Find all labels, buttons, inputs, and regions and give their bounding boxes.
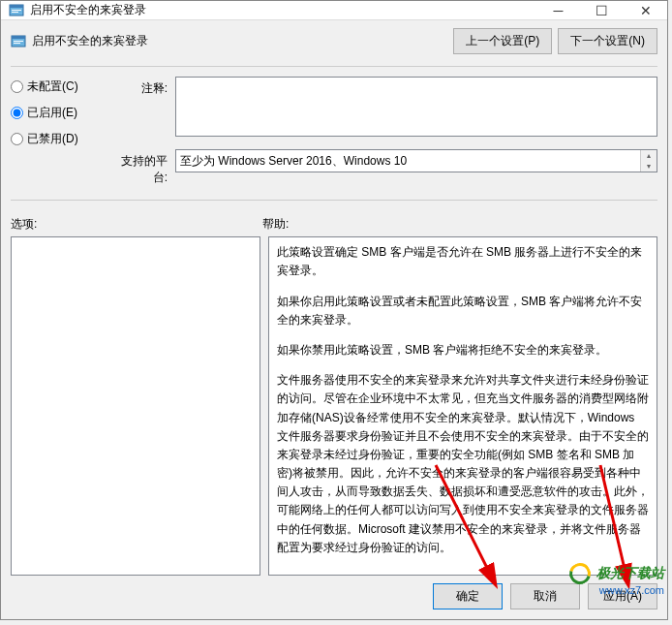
radio-enabled-input[interactable] [11,107,23,119]
platform-scrollbar[interactable]: ▴▾ [640,150,657,172]
help-panel[interactable]: 此策略设置确定 SMB 客户端是否允许在 SMB 服务器上进行不安全的来宾登录。… [268,236,657,576]
minimize-button[interactable]: ─ [536,1,580,19]
dialog-content: 启用不安全的来宾登录 上一个设置(P) 下一个设置(N) 未配置(C) 已启用(… [1,20,667,619]
policy-title: 启用不安全的来宾登录 [32,33,447,49]
svg-rect-7 [14,43,20,44]
platform-label: 支持的平台: [107,149,175,186]
options-label: 选项: [11,216,262,233]
dialog-window: 启用不安全的来宾登录 ─ ☐ ✕ 启用不安全的来宾登录 上一个设置(P) 下一个… [0,0,668,620]
svg-rect-1 [10,5,23,8]
cancel-button[interactable]: 取消 [510,583,580,609]
close-button[interactable]: ✕ [624,1,667,19]
radio-disabled[interactable]: 已禁用(D) [11,131,107,147]
policy-icon [11,34,26,49]
svg-rect-5 [12,36,25,39]
help-paragraph: 如果你禁用此策略设置，SMB 客户端将拒绝不安全的来宾登录。 [277,341,649,359]
help-paragraph: 文件服务器使用不安全的来宾登录来允许对共享文件夹进行未经身份验证的访问。尽管在企… [277,371,649,557]
comment-textarea[interactable] [175,77,657,137]
next-setting-button[interactable]: 下一个设置(N) [558,28,657,54]
options-panel [11,236,260,576]
config-row: 未配置(C) 已启用(E) 已禁用(D) 注释: [11,77,657,186]
svg-rect-3 [12,12,18,13]
svg-rect-2 [12,10,21,11]
radio-not-configured[interactable]: 未配置(C) [11,78,107,95]
radio-disabled-input[interactable] [11,133,23,145]
window-title: 启用不安全的来宾登录 [30,2,536,18]
svg-rect-6 [14,41,23,42]
titlebar: 启用不安全的来宾登录 ─ ☐ ✕ [1,1,667,20]
help-paragraph: 此策略设置确定 SMB 客户端是否允许在 SMB 服务器上进行不安全的来宾登录。 [277,243,649,280]
radio-enabled[interactable]: 已启用(E) [11,105,107,121]
divider-2 [11,200,657,201]
platform-value: 至少为 Windows Server 2016、Windows 10 [180,154,407,168]
radio-not-configured-label: 未配置(C) [27,78,78,95]
divider [11,66,657,67]
previous-setting-button[interactable]: 上一个设置(P) [453,28,552,54]
apply-button[interactable]: 应用(A) [588,583,657,609]
platform-field: 至少为 Windows Server 2016、Windows 10 ▴▾ [175,149,657,172]
footer-buttons: 确定 取消 应用(A) [11,583,657,609]
radio-group: 未配置(C) 已启用(E) 已禁用(D) [11,77,107,186]
ok-button[interactable]: 确定 [433,583,503,609]
window-controls: ─ ☐ ✕ [536,1,667,19]
radio-disabled-label: 已禁用(D) [27,131,78,147]
app-icon [9,3,24,18]
section-labels: 选项: 帮助: [11,216,657,233]
radio-not-configured-input[interactable] [11,80,23,93]
header-row: 启用不安全的来宾登录 上一个设置(P) 下一个设置(N) [11,28,657,54]
radio-enabled-label: 已启用(E) [27,105,77,121]
comment-label: 注释: [107,77,175,140]
help-paragraph: 如果你启用此策略设置或者未配置此策略设置，SMB 客户端将允许不安全的来宾登录。 [277,293,649,329]
panels: 此策略设置确定 SMB 客户端是否允许在 SMB 服务器上进行不安全的来宾登录。… [11,236,657,576]
maximize-button[interactable]: ☐ [580,1,624,19]
help-label: 帮助: [262,216,289,233]
